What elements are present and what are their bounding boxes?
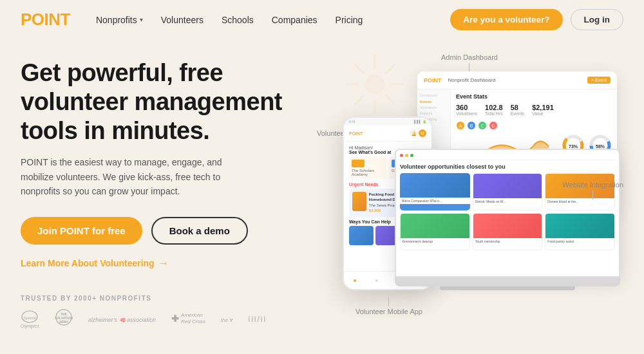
dash-logo: POINT — [424, 77, 442, 84]
stat-360: 360 — [456, 104, 477, 111]
hero-subtitle: POINT is the easiest way to manage, enga… — [21, 155, 252, 198]
laptop-screen: Volunteer opportunities closest to you W… — [395, 149, 620, 277]
login-button[interactable]: Log in — [571, 9, 624, 30]
laptop-stand — [440, 286, 575, 290]
stat-1028: 102.8 — [485, 104, 503, 111]
laptop-mockup: Volunteer opportunities closest to you W… — [395, 149, 620, 290]
nav-home-dot — [354, 279, 356, 282]
phone-header: POINT 🔔 M — [344, 126, 431, 142]
nav-companies[interactable]: Companies — [272, 15, 317, 25]
demo-button[interactable]: Book a demo — [151, 217, 248, 245]
svg-text:ARMY: ARMY — [59, 320, 68, 324]
red-cross-logo: ✚ AmericanRed Cross — [171, 312, 205, 324]
volunteer-opps-title: Volunteer opportunities closest to you — [400, 163, 615, 170]
dash-subtitle: Nonprofit Dashboard — [448, 77, 584, 83]
dashboard-header: POINT Nonprofit Dashboard + Event — [417, 71, 617, 89]
nav-nonprofits[interactable]: Nonprofits ▾ — [96, 15, 143, 25]
trusted-section: TRUSTED BY 2000+ NONPROFITS Special Olym… — [21, 295, 267, 329]
nav-links: Nonprofits ▾ Volunteers Schools Companie… — [96, 15, 450, 25]
brand-logo[interactable]: POINT — [21, 10, 70, 30]
stat-dollars: $2,191 — [532, 104, 554, 111]
trusted-logos: Special Olympics THE SALVATION ARMY alzh… — [21, 308, 267, 329]
nav-explore-dot — [375, 279, 378, 282]
volunteer-cta-button[interactable]: Are you a volunteer? — [450, 9, 562, 30]
urgent-image — [352, 192, 366, 211]
website-integration-label: Website Integration — [562, 181, 623, 200]
stat-58: 58 — [511, 104, 524, 111]
svg-text:Special: Special — [24, 316, 37, 320]
arrow-right-icon: → — [158, 257, 169, 269]
phone-logo: POINT — [349, 131, 363, 136]
nav-pricing[interactable]: Pricing — [336, 15, 363, 25]
hero-content: Get powerful, free volunteer management … — [21, 46, 304, 335]
alzheimers-logo: alzheimer's 🧠 association — [88, 313, 156, 324]
dash-action-btn[interactable]: + Event — [587, 77, 611, 84]
stats-row: 360 Volunteers 102.8 Total Hrs 58 Events — [456, 104, 612, 116]
laptop-screen-inner: Volunteer opportunities closest to you W… — [396, 150, 619, 254]
opp-1: We're Compassion NTaI-o... — [400, 173, 470, 210]
mobile-app-label: Volunteer Mobile App — [355, 297, 422, 315]
ymca-logo: the Y — [221, 313, 233, 324]
hero-buttons: Join POINT for free Book a demo — [21, 217, 304, 245]
phone-card-1: The Scholars Academy — [349, 157, 386, 179]
sun-decoration-icon — [343, 52, 407, 116]
svg-line-11 — [355, 64, 364, 73]
trusted-label: TRUSTED BY 2000+ NONPROFITS — [21, 295, 267, 302]
svg-point-6 — [365, 75, 384, 94]
svg-line-14 — [355, 95, 364, 104]
join-button[interactable]: Join POINT for free — [21, 217, 142, 245]
chevron-down-icon: ▾ — [140, 16, 143, 23]
learn-more-link[interactable]: Learn More About Volunteering → — [21, 257, 304, 269]
event-stats-title: Event Stats — [456, 93, 612, 100]
nav-nonprofits-label: Nonprofits — [96, 15, 137, 25]
nav-actions: Are you a volunteer? Log in — [450, 9, 623, 30]
salvation-army-logo: THE SALVATION ARMY — [55, 308, 73, 329]
navbar: POINT Nonprofits ▾ Volunteers Schools Co… — [0, 0, 644, 39]
opp-4: Environment cleanup — [400, 213, 470, 250]
svg-text:58%: 58% — [596, 144, 605, 149]
nav-schools[interactable]: Schools — [222, 15, 254, 25]
opp-5: Youth mentorship — [473, 213, 543, 250]
svg-line-13 — [386, 64, 395, 73]
hero-title: Get powerful, free volunteer management … — [21, 59, 304, 145]
hero-mockups: Admin Dashboard POINT Nonprofit Dashboar… — [304, 46, 623, 335]
svg-line-12 — [386, 95, 395, 104]
iiii-logo: iii/ii — [249, 313, 267, 324]
learn-more-text: Learn More About Volunteering — [21, 258, 155, 268]
opp-6: Food pantry assist — [545, 213, 615, 250]
nav-volunteers[interactable]: Volunteers — [161, 15, 204, 25]
laptop-base — [395, 277, 620, 286]
help-card-1 — [349, 226, 374, 245]
hero-section: Get powerful, free volunteer management … — [0, 39, 644, 335]
special-olympics-logo: Special Olympics — [21, 310, 39, 328]
opp-2: Detroit: Meals on W... — [473, 173, 543, 210]
avatar-row: A B C D — [456, 121, 612, 130]
svg-text:73%: 73% — [569, 144, 578, 149]
